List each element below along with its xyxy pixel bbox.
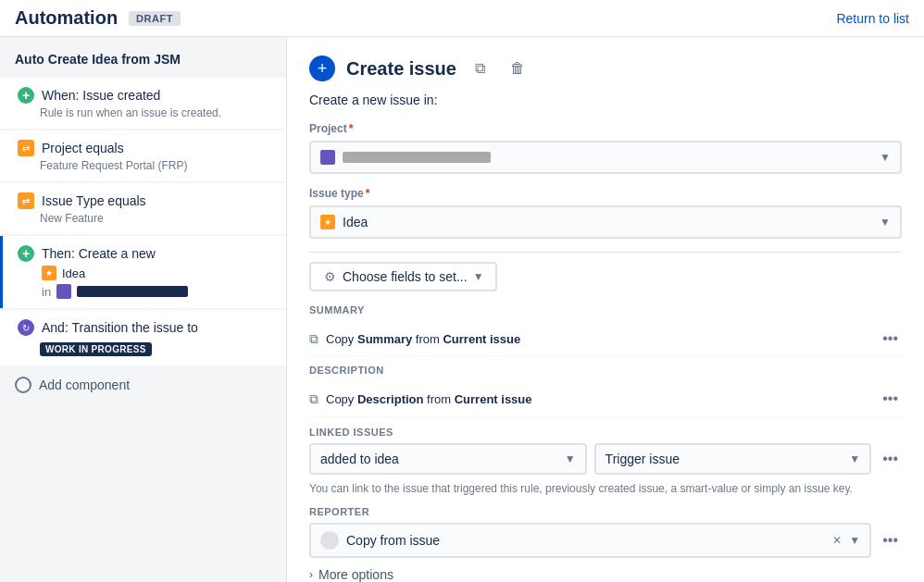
issue-type-form-group: Issue type * ★ Idea ▼ <box>309 187 902 239</box>
panel-add-button[interactable]: + <box>309 56 335 81</box>
summary-field-row: ⧉ Copy Summary from Current issue ••• <box>309 321 902 357</box>
issue-type-label: Issue type * <box>309 187 902 200</box>
description-field-text: Copy Description from Current issue <box>326 392 871 406</box>
reporter-more-options-button[interactable]: ••• <box>879 530 902 551</box>
project-select[interactable]: ▼ <box>309 141 902 174</box>
delete-icon: 🗑 <box>510 60 525 77</box>
summary-copy-icon: ⧉ <box>309 331 318 347</box>
project-name-blurred <box>77 286 188 297</box>
project-equals-label: Project equals <box>42 141 124 155</box>
linked-issues-hint: You can link to the issue that triggered… <box>309 480 902 497</box>
reporter-section: Reporter Copy from issue ✕ ▼ ••• <box>309 506 902 558</box>
sidebar-item-header: ↻ And: Transition the issue to <box>18 319 271 336</box>
reporter-clear-button[interactable]: ✕ <box>829 532 845 549</box>
issue-type-select-inner: ★ Idea <box>320 215 368 229</box>
work-in-progress-badge: WORK IN PROGRESS <box>40 342 152 356</box>
add-component-circle-icon <box>15 377 31 393</box>
delete-panel-button[interactable]: 🗑 <box>505 56 531 81</box>
reporter-value: Copy from issue <box>346 533 440 548</box>
action-plus-icon: + <box>18 245 34 262</box>
issue-type-select[interactable]: ★ Idea ▼ <box>309 205 902 239</box>
linked-option2-chevron: ▼ <box>849 452 860 465</box>
then-create-in: in <box>18 284 271 299</box>
issue-type-value: Idea <box>343 215 368 229</box>
sidebar-item-header: ⇄ Project equals <box>18 140 271 156</box>
then-create-sub: ★ Idea <box>18 266 271 280</box>
when-issue-created-label: When: Issue created <box>42 88 160 103</box>
linked-issues-section: Linked Issues added to idea ▼ Trigger is… <box>309 427 902 497</box>
reporter-avatar-icon <box>320 531 339 550</box>
draft-badge: DRAFT <box>129 11 181 26</box>
project-form-group: Project * ▼ <box>309 122 902 174</box>
linked-option2-label: Trigger issue <box>606 452 680 466</box>
issue-type-required-star: * <box>366 187 370 200</box>
project-select-avatar <box>320 150 335 165</box>
more-options-row[interactable]: › More options <box>309 558 902 582</box>
sidebar-item-transition[interactable]: ↻ And: Transition the issue to WORK IN P… <box>0 310 286 365</box>
sidebar-item-when-issue-created[interactable]: + When: Issue created Rule is run when a… <box>0 78 286 129</box>
sidebar-item-issue-type-equals[interactable]: ⇄ Issue Type equals New Feature <box>0 183 286 234</box>
copy-panel-button[interactable]: ⧉ <box>468 56 493 81</box>
separator1 <box>309 252 902 253</box>
reporter-label: Reporter <box>309 506 902 517</box>
project-label: Project * <box>309 122 902 135</box>
reporter-select[interactable]: Copy from issue ✕ ▼ <box>309 523 871 558</box>
transition-arrow-icon: ↻ <box>18 319 34 336</box>
idea-icon: ★ <box>42 266 56 280</box>
sidebar-item-project-equals[interactable]: ⇄ Project equals Feature Request Portal … <box>0 130 286 181</box>
when-issue-created-sub: Rule is run when an issue is created. <box>18 106 271 119</box>
then-in-label: in <box>42 285 51 299</box>
trigger-plus-icon: + <box>18 87 34 104</box>
reporter-chevron-icon: ▼ <box>849 534 860 547</box>
reporter-row: Copy from issue ✕ ▼ ••• <box>309 523 902 558</box>
then-idea-label: Idea <box>62 266 85 280</box>
summary-field-text: Copy Summary from Current issue <box>326 332 871 346</box>
project-required-star: * <box>349 122 354 135</box>
summary-more-options-button[interactable]: ••• <box>879 328 902 349</box>
more-options-label: More options <box>318 567 393 582</box>
linked-issues-label: Linked Issues <box>309 427 902 438</box>
issue-type-chevron-icon: ▼ <box>880 216 891 229</box>
panel-add-icon: + <box>318 59 328 79</box>
reporter-controls: ✕ ▼ <box>829 532 860 549</box>
more-options-chevron: › <box>309 568 313 581</box>
copy-icon: ⧉ <box>475 60 485 77</box>
header-left: Automation DRAFT <box>15 7 181 29</box>
issue-type-equals-sub: New Feature <box>18 212 271 225</box>
sidebar-item-then-create[interactable]: + Then: Create a new ★ Idea in <box>0 236 286 308</box>
condition-switch-icon: ⇄ <box>18 140 34 156</box>
linked-option2-select[interactable]: Trigger issue ▼ <box>594 443 872 475</box>
issue-type-equals-label: Issue Type equals <box>42 193 146 208</box>
app-title: Automation <box>15 7 118 29</box>
choose-fields-button[interactable]: ⚙ Choose fields to set... ▼ <box>309 262 497 291</box>
add-component-row[interactable]: Add component <box>0 367 286 402</box>
description-field-row: ⧉ Copy Description from Current issue ••… <box>309 381 902 417</box>
linked-issues-more-options-button[interactable]: ••• <box>879 449 902 469</box>
linked-option1-select[interactable]: added to idea ▼ <box>309 443 587 475</box>
reporter-inner: Copy from issue <box>320 531 440 550</box>
condition-switch-icon2: ⇄ <box>18 192 34 209</box>
description-section-label: Description <box>309 365 902 376</box>
linked-option1-chevron: ▼ <box>565 452 576 465</box>
then-create-label: Then: Create a new <box>42 246 156 261</box>
panel-subtitle: Create a new issue in: <box>309 93 902 107</box>
sidebar-item-header: + When: Issue created <box>18 87 271 104</box>
linked-issues-row: added to idea ▼ Trigger issue ▼ ••• <box>309 443 902 475</box>
project-chevron-icon: ▼ <box>880 151 891 164</box>
choose-fields-chevron: ▼ <box>473 270 484 283</box>
choose-fields-label: Choose fields to set... <box>343 269 468 284</box>
panel-title: Create issue <box>346 58 456 80</box>
right-panel: + Create issue ⧉ 🗑 Create a new issue in… <box>287 37 924 582</box>
linked-option1-label: added to idea <box>320 452 399 466</box>
return-to-list-link[interactable]: Return to list <box>836 11 909 26</box>
description-more-options-button[interactable]: ••• <box>879 389 902 409</box>
sidebar-item-header: + Then: Create a new <box>18 245 271 262</box>
main-layout: Auto Create Idea from JSM + When: Issue … <box>0 37 924 582</box>
sidebar: Auto Create Idea from JSM + When: Issue … <box>0 37 287 582</box>
project-equals-sub: Feature Request Portal (FRP) <box>18 159 271 172</box>
add-component-label: Add component <box>39 378 130 392</box>
rule-title: Auto Create Idea from JSM <box>0 52 286 78</box>
project-select-blurred <box>343 152 491 163</box>
summary-section-label: Summary <box>309 304 902 316</box>
transition-label: And: Transition the issue to <box>42 320 198 335</box>
